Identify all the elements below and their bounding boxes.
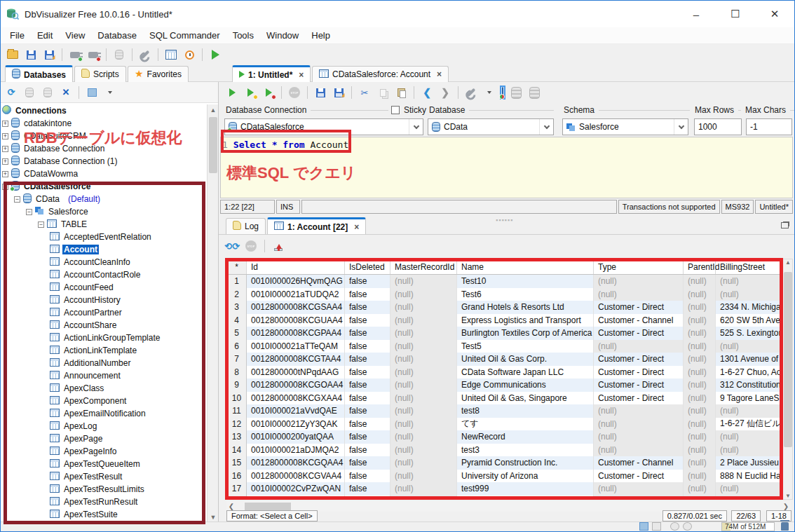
- cell-id[interactable]: [247, 496, 345, 500]
- cell-masterrecordid[interactable]: (null): [390, 301, 457, 314]
- cell-rownum[interactable]: 2: [227, 288, 247, 301]
- scrollbar-thumb[interactable]: [784, 272, 792, 447]
- cell-rownum[interactable]: 11: [227, 404, 247, 418]
- table-row[interactable]: 1500128000008KCGQAA4false(null)Pyramid C…: [227, 456, 781, 470]
- cell-name[interactable]: Grand Hotels & Resorts Ltd: [457, 301, 594, 314]
- result-tab-1-account-22[interactable]: 1: Account [22]×: [267, 217, 366, 234]
- splitter-grip[interactable]: ▪▪▪▪▪▪: [496, 217, 513, 224]
- memory-indicator[interactable]: 74M of 512M: [721, 522, 775, 531]
- column-header-isdeleted[interactable]: IsDeleted: [345, 259, 390, 274]
- max-rows-input[interactable]: 1000: [694, 118, 742, 135]
- cell-id[interactable]: 0010I000026HQvmQAG: [247, 275, 345, 288]
- cell-isdeleted[interactable]: false: [345, 482, 390, 496]
- tree-item-apexclass[interactable]: ApexClass: [1, 382, 208, 395]
- history-back-button[interactable]: ❮: [419, 85, 435, 100]
- cell-billingstreet[interactable]: 1301 Avenue of t: [716, 353, 782, 366]
- cell-name[interactable]: Express Logistics and Transport: [457, 314, 594, 327]
- tree-toggle-plus[interactable]: +: [2, 158, 8, 165]
- cell-id[interactable]: 0010I000021aVvdQAE: [247, 404, 345, 418]
- table-row[interactable]: 1600128000008KCGVAA4false(null)Universit…: [227, 470, 781, 483]
- tree-item-cdatawowma[interactable]: +CDataWowma: [1, 168, 208, 180]
- cell-name[interactable]: CData Software Japan LLC: [457, 366, 594, 379]
- filter-button[interactable]: [84, 85, 100, 100]
- cell-parentid[interactable]: (null): [684, 327, 716, 340]
- cell-masterrecordid[interactable]: (null): [390, 314, 457, 327]
- cell-billingstreet[interactable]: (null): [716, 288, 782, 301]
- tree-item-actionlinktemplate[interactable]: ActionLinkTemplate: [1, 344, 208, 357]
- cell-parentid[interactable]: (null): [684, 444, 716, 457]
- maximize-button[interactable]: ☐: [716, 1, 755, 27]
- cell-parentid[interactable]: (null): [684, 288, 716, 301]
- cell-rownum[interactable]: 6: [227, 340, 247, 353]
- table-row[interactable]: 120010I000021ZyY3QAKfalse(null)てす(null)(…: [227, 418, 781, 431]
- cell-masterrecordid[interactable]: (null): [390, 482, 457, 496]
- close-icon[interactable]: ×: [354, 222, 359, 232]
- disconnect-button[interactable]: [86, 47, 101, 62]
- cell-isdeleted[interactable]: false: [345, 275, 390, 288]
- cell-masterrecordid[interactable]: (null): [390, 353, 457, 366]
- schema-select[interactable]: Salesforce: [562, 118, 688, 135]
- cell-rownum[interactable]: 8: [227, 366, 247, 379]
- cell-type[interactable]: Customer - Direct: [594, 378, 684, 392]
- cell-parentid[interactable]: (null): [684, 275, 716, 288]
- cell-billingstreet[interactable]: 9 Tagore LaneSin: [716, 392, 782, 405]
- sticky-checkbox[interactable]: [391, 106, 400, 114]
- tree-item-actionlinkgrouptemplate[interactable]: ActionLinkGroupTemplate: [1, 332, 208, 344]
- cell-type[interactable]: Customer - Channel: [594, 456, 684, 470]
- cell-name[interactable]: Test5: [457, 340, 594, 353]
- cell-rownum[interactable]: 14: [227, 444, 247, 457]
- cell-rownum[interactable]: 7: [227, 353, 247, 366]
- cell-parentid[interactable]: (null): [684, 314, 716, 327]
- table-row[interactable]: 500128000008KCGPAA4false(null)Burlington…: [227, 327, 781, 340]
- column-header-masterrecordid[interactable]: MasterRecordId: [390, 259, 457, 274]
- tree-item-accountpartner[interactable]: AccountPartner: [1, 306, 208, 319]
- cell-type[interactable]: (null): [594, 404, 684, 418]
- save-sql-button[interactable]: [313, 85, 328, 100]
- sql-options-dropdown[interactable]: [482, 85, 497, 100]
- tree-item-account[interactable]: Account: [1, 243, 208, 256]
- cell-id[interactable]: 00128000008KCGPAA4: [247, 327, 345, 340]
- cell-name[interactable]: Pyramid Construction Inc.: [457, 456, 594, 470]
- cell-parentid[interactable]: (null): [684, 456, 716, 470]
- tree-item-apexpage[interactable]: ApexPage: [1, 432, 208, 445]
- table-row[interactable]: 400128000008KCGUAA4false(null)Express Lo…: [227, 314, 781, 327]
- cell-isdeleted[interactable]: false: [345, 470, 390, 483]
- cell-rownum[interactable]: 16: [227, 470, 247, 483]
- tree-item-cdatakintone[interactable]: +cdatakintone: [1, 117, 208, 130]
- cell-name[interactable]: test8: [457, 404, 594, 418]
- cell-id[interactable]: 0012800000tNPqdAAG: [247, 366, 345, 379]
- scrollbar-thumb[interactable]: [209, 117, 217, 173]
- editor-tab-1-untitled[interactable]: 1: Untitled*×: [232, 65, 311, 82]
- cell-name[interactable]: NewRecord: [457, 430, 594, 444]
- column-header-id[interactable]: Id: [247, 259, 345, 274]
- cell-id[interactable]: 0010I0000200yatQAA: [247, 430, 345, 444]
- column-header-rownum[interactable]: *: [227, 259, 247, 274]
- cell-masterrecordid[interactable]: (null): [390, 496, 457, 500]
- cell-isdeleted[interactable]: false: [345, 340, 390, 353]
- tree-item-acceptedeventrelation[interactable]: AcceptedEventRelation: [1, 231, 208, 243]
- cell-isdeleted[interactable]: false: [345, 314, 390, 327]
- cell-id[interactable]: 0010I000021aTTeQAM: [247, 340, 345, 353]
- cell-masterrecordid[interactable]: (null): [390, 340, 457, 353]
- tree-toggle-plus[interactable]: +: [2, 146, 8, 152]
- menu-view[interactable]: View: [59, 28, 91, 43]
- cell-rownum[interactable]: 12: [227, 418, 247, 431]
- menu-file[interactable]: File: [4, 28, 31, 43]
- cell-isdeleted[interactable]: false: [345, 353, 390, 366]
- cell-parentid[interactable]: (null): [684, 301, 716, 314]
- cell-rownum[interactable]: 3: [227, 301, 247, 314]
- cell-name[interactable]: てす: [457, 418, 594, 431]
- open-file-button[interactable]: [5, 47, 20, 62]
- column-header-billingstreet[interactable]: BillingStreet: [716, 259, 782, 274]
- show-editor-toggle[interactable]: [500, 86, 505, 100]
- cell-id[interactable]: 00128000008KCGVAA4: [247, 470, 345, 483]
- menu-edit[interactable]: Edit: [31, 28, 59, 43]
- cell-type[interactable]: (null): [594, 275, 684, 288]
- cell-masterrecordid[interactable]: (null): [390, 430, 457, 444]
- grid-scrollbar[interactable]: ▲ ▼: [782, 259, 793, 500]
- cell-billingstreet[interactable]: 312 Constitution: [716, 378, 782, 392]
- cell-masterrecordid[interactable]: (null): [390, 392, 457, 405]
- column-header-parentid[interactable]: ParentId: [684, 259, 716, 274]
- cell-billingstreet[interactable]: 888 N Euclid Hal: [716, 470, 782, 483]
- cell-masterrecordid[interactable]: (null): [390, 418, 457, 431]
